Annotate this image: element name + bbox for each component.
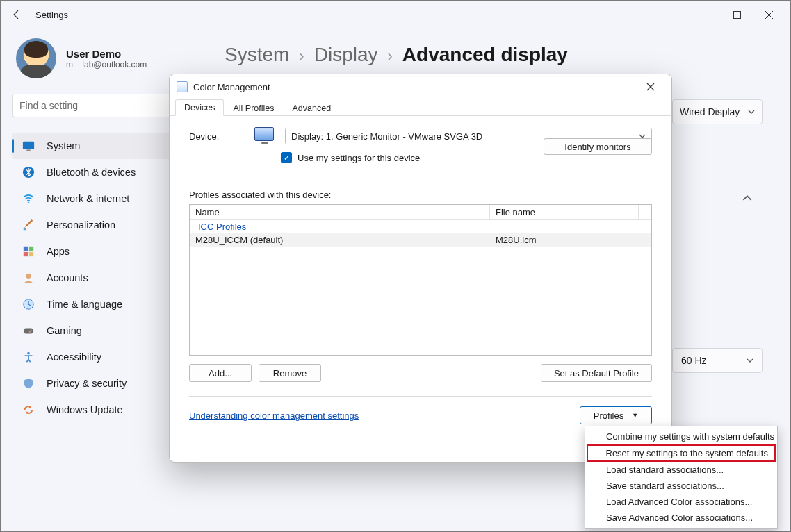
profiles-context-menu: Combine my settings with system defaults… [585, 426, 778, 529]
accessibility-icon [22, 350, 35, 364]
profiles-section-label: Profiles associated with this device: [189, 190, 652, 200]
tab-advanced[interactable]: Advanced [284, 100, 341, 116]
svg-point-17 [29, 331, 31, 333]
use-settings-label: Use my settings for this device [297, 153, 420, 163]
identify-monitors-button[interactable]: Identify monitors [544, 138, 652, 155]
svg-rect-5 [26, 149, 30, 151]
set-default-button[interactable]: Set as Default Profile [541, 364, 652, 382]
dialog-icon [177, 81, 188, 92]
add-button[interactable]: Add... [189, 364, 252, 382]
chevron-right-icon: › [299, 47, 304, 65]
brush-icon [22, 218, 35, 232]
dropdown-label: Wired Display [680, 106, 740, 117]
clock-icon [22, 297, 35, 311]
nav-label: Accounts [47, 272, 88, 283]
wired-display-dropdown[interactable]: Wired Display [672, 99, 763, 124]
profile-name: User Demo [66, 48, 147, 60]
display-icon [22, 139, 35, 153]
col-filename[interactable]: File name [490, 205, 639, 219]
menu-load-standard[interactable]: Load standard associations... [587, 462, 776, 478]
bluetooth-icon [22, 165, 35, 179]
chevron-right-icon: › [388, 47, 393, 65]
profile-group: ICC Profiles [190, 220, 651, 233]
nav-label: Time & language [47, 299, 122, 310]
minimize-button[interactable] [689, 3, 721, 26]
monitor-icon [254, 127, 275, 145]
chevron-down-icon [748, 108, 755, 115]
dialog-tabs: Devices All Profiles Advanced [170, 99, 671, 116]
breadcrumb-system[interactable]: System [225, 44, 289, 66]
menu-reset[interactable]: Reset my settings to the system defaults [587, 444, 776, 462]
gamepad-icon [22, 324, 35, 338]
titlebar: Settings [1, 1, 790, 28]
understanding-link[interactable]: Understanding color management settings [189, 410, 359, 421]
nav-label: Windows Update [47, 404, 123, 415]
svg-point-16 [31, 330, 32, 331]
avatar [16, 38, 56, 78]
col-name[interactable]: Name [190, 205, 490, 219]
profile-file-cell: M28U.icm [490, 235, 651, 245]
svg-rect-4 [23, 142, 34, 149]
use-settings-checkbox[interactable]: ✓ [281, 152, 292, 163]
profiles-button-label: Profiles [594, 410, 623, 421]
svg-rect-15 [24, 328, 33, 333]
nav-label: System [47, 140, 80, 151]
profiles-dropdown-button[interactable]: Profiles ▼ [580, 406, 652, 424]
svg-rect-8 [24, 228, 26, 231]
nav-label: Bluetooth & devices [47, 167, 136, 178]
menu-load-advanced[interactable]: Load Advanced Color associations... [587, 494, 776, 510]
dialog-title: Color Management [193, 82, 270, 92]
svg-point-7 [28, 202, 29, 203]
expand-chevron[interactable] [733, 184, 761, 212]
profile-email: m__lab@outlook.com [66, 60, 147, 69]
apps-icon [22, 244, 35, 258]
nav-label: Personalization [47, 219, 115, 231]
profile-row[interactable]: M28U_ICCM (default) M28U.icm [190, 233, 651, 247]
svg-rect-9 [24, 247, 28, 251]
breadcrumb-current: Advanced display [402, 44, 568, 66]
chevron-down-icon [747, 357, 753, 364]
profile-block[interactable]: User Demo m__lab@outlook.com [16, 38, 201, 78]
window-title: Settings [35, 10, 68, 20]
device-label: Device: [189, 131, 245, 142]
dialog-close-button[interactable] [637, 77, 664, 97]
nav-label: Accessibility [47, 351, 101, 363]
nav-label: Privacy & security [47, 378, 127, 389]
nav-label: Network & internet [47, 193, 129, 204]
menu-combine[interactable]: Combine my settings with system defaults [587, 429, 776, 444]
device-value: Display: 1. Generic Monitor - VMware SVG… [291, 131, 482, 142]
nav-label: Apps [47, 246, 70, 257]
color-management-dialog: Color Management Devices All Profiles Ad… [169, 74, 672, 463]
svg-rect-12 [29, 252, 33, 256]
tab-all-profiles[interactable]: All Profiles [224, 100, 283, 116]
menu-save-advanced[interactable]: Save Advanced Color associations... [587, 510, 776, 526]
svg-point-18 [27, 352, 30, 355]
wifi-icon [22, 192, 35, 206]
remove-button[interactable]: Remove [259, 364, 321, 382]
dropdown-label: 60 Hz [681, 355, 707, 366]
chevron-up-icon [742, 193, 752, 203]
svg-point-13 [26, 274, 31, 279]
breadcrumb: System › Display › Advanced display [225, 44, 790, 66]
back-button[interactable] [6, 4, 27, 25]
close-button[interactable] [753, 3, 785, 26]
nav-label: Gaming [47, 325, 82, 336]
profile-name-cell: M28U_ICCM (default) [190, 235, 490, 245]
person-icon [22, 271, 35, 285]
shield-icon [22, 376, 35, 390]
menu-save-standard[interactable]: Save standard associations... [587, 478, 776, 494]
update-icon [22, 403, 35, 417]
profiles-table: Name File name ICC Profiles M28U_ICCM (d… [189, 204, 652, 356]
svg-rect-10 [29, 247, 33, 251]
svg-rect-11 [24, 252, 28, 256]
svg-rect-1 [733, 11, 740, 18]
search-placeholder: Find a setting [19, 100, 78, 111]
maximize-button[interactable] [721, 3, 753, 26]
tab-devices[interactable]: Devices [175, 99, 224, 116]
refresh-rate-dropdown[interactable]: 60 Hz [672, 348, 763, 373]
dropdown-arrow-icon: ▼ [632, 412, 638, 419]
breadcrumb-display[interactable]: Display [314, 44, 378, 66]
